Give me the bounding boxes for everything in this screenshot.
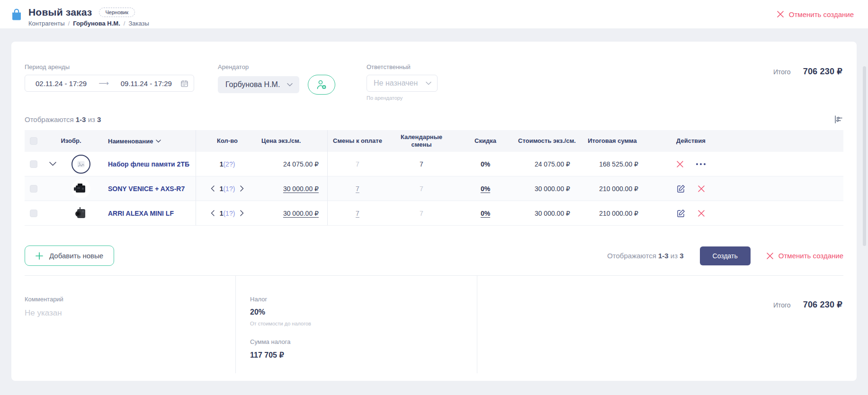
- add-renter-button[interactable]: [308, 75, 335, 95]
- top-header: Новый заказ Черновик Контрагенты / Горбу…: [0, 0, 868, 28]
- order-card: Период аренды 02.11.24 - 17:29 ⟶ 09.11.2…: [11, 42, 857, 381]
- qty-note[interactable]: (1?): [223, 185, 235, 193]
- unit-cost-value: 30 000.00 ₽: [515, 176, 579, 201]
- responsible-group: Ответственный Не назначен По арендатору: [367, 63, 438, 101]
- column-header-name-label: Наименование: [108, 138, 153, 145]
- close-icon: [777, 11, 784, 18]
- row-actions: [646, 184, 736, 193]
- table-row: Набор флеш памяти 2ТБ 1(2?) 24 075.00 ₽ …: [25, 152, 843, 176]
- qty-decrease-icon[interactable]: [211, 210, 215, 216]
- counter-range: 1-3: [658, 252, 669, 260]
- qty-note[interactable]: (2?): [223, 160, 235, 168]
- select-all-checkbox[interactable]: [30, 137, 37, 145]
- total-label: Итого: [773, 301, 791, 309]
- more-actions-icon[interactable]: [696, 161, 706, 167]
- row-total-value: 168 525.00 ₽: [579, 152, 646, 176]
- create-button[interactable]: Создать: [700, 246, 751, 265]
- column-header-calendar-shifts: Календарные смены: [387, 133, 456, 149]
- responsible-placeholder: Не назначен: [374, 79, 418, 88]
- shifts-paid-editable[interactable]: 7: [356, 210, 359, 217]
- cancel-create-button-bottom[interactable]: Отменить создание: [767, 252, 843, 260]
- row-actions: [646, 209, 736, 218]
- table-controls: Добавить новые Отображаются 1-3 из 3 Соз…: [25, 246, 843, 266]
- vertical-scrollbar[interactable]: [863, 66, 866, 246]
- delete-row-icon[interactable]: [698, 185, 705, 193]
- filters-row: Период аренды 02.11.24 - 17:29 ⟶ 09.11.2…: [25, 42, 843, 101]
- row-total-value: 210 000.00 ₽: [579, 176, 646, 201]
- calendar-shifts-value: 7: [387, 152, 456, 176]
- price-editable[interactable]: 30 000.00 ₽: [283, 210, 319, 217]
- column-header-total: Итоговая сумма: [579, 137, 646, 145]
- rental-period-label: Период аренды: [25, 63, 194, 70]
- discount-editable[interactable]: 0%: [481, 210, 490, 217]
- edit-row-icon[interactable]: [677, 209, 685, 218]
- total-value: 706 230 ₽: [803, 66, 842, 77]
- final-total-section: Итого 706 230 ₽: [477, 276, 843, 373]
- responsible-label: Ответственный: [367, 63, 438, 70]
- edit-row-icon[interactable]: [677, 184, 685, 193]
- row-total-value: 210 000.00 ₽: [579, 201, 646, 225]
- sort-chevron-icon: [156, 140, 161, 143]
- chevron-down-icon: [287, 83, 293, 87]
- breadcrumb: Контрагенты / Горбунова Н.М. / Заказы: [28, 20, 149, 27]
- add-items-button[interactable]: Добавить новые: [25, 246, 114, 266]
- column-header-actions: Действия: [646, 137, 736, 145]
- column-header-discount: Скидка: [456, 137, 515, 145]
- row-checkbox[interactable]: [30, 210, 37, 217]
- responsible-select[interactable]: Не назначен: [367, 75, 438, 92]
- tax-rate-value: 20%: [250, 308, 477, 316]
- delete-row-icon[interactable]: [676, 160, 684, 168]
- delete-row-icon[interactable]: [698, 210, 705, 217]
- breadcrumb-counterparties[interactable]: Контрагенты: [28, 20, 65, 27]
- comment-section: Комментарий Не указан: [25, 276, 235, 373]
- item-photo[interactable]: [72, 204, 90, 223]
- total-value: 706 230 ₽: [803, 299, 842, 310]
- plus-icon: [36, 252, 43, 260]
- qty-increase-icon[interactable]: [240, 185, 244, 192]
- person-plus-icon: [316, 79, 327, 90]
- breadcrumb-separator: /: [124, 20, 125, 27]
- qty-note[interactable]: (1?): [223, 210, 235, 217]
- item-name-link[interactable]: SONY VENICE + AXS-R7: [99, 176, 196, 201]
- row-actions: [646, 160, 736, 168]
- calendar-icon: [181, 80, 188, 87]
- item-image-placeholder[interactable]: [72, 155, 90, 174]
- column-header-shifts-paid: Смены к оплате: [328, 137, 387, 145]
- breadcrumb-client[interactable]: Горбунова Н.М.: [73, 20, 120, 27]
- breadcrumb-orders[interactable]: Заказы: [128, 20, 149, 27]
- unit-cost-value: 30 000.00 ₽: [515, 201, 579, 225]
- comment-field[interactable]: Не указан: [25, 308, 216, 318]
- price-value: 24 075.00 ₽: [259, 152, 328, 176]
- shifts-paid-value: 7: [328, 152, 387, 176]
- expand-row-button[interactable]: [43, 152, 63, 176]
- item-name-link[interactable]: Набор флеш памяти 2ТБ: [99, 152, 196, 176]
- renter-select[interactable]: Горбунова Н.М.: [218, 76, 299, 93]
- order-summary-footer: Комментарий Не указан Налог 20% От стоим…: [25, 275, 843, 373]
- tax-amount-value: 117 705 ₽: [250, 351, 477, 360]
- counter-total: 3: [97, 115, 101, 123]
- shifts-paid-editable[interactable]: 7: [356, 185, 359, 193]
- column-header-image: Изобр.: [43, 137, 99, 145]
- cancel-create-button-top[interactable]: Отменить создание: [777, 10, 854, 18]
- counter-of: из: [671, 252, 678, 260]
- row-checkbox[interactable]: [30, 185, 37, 193]
- qty-increase-icon[interactable]: [240, 210, 244, 216]
- period-end-value: 09.11.24 - 17:29: [121, 79, 172, 88]
- page-title: Новый заказ: [28, 7, 92, 18]
- add-items-label: Добавить новые: [49, 252, 103, 260]
- column-header-name[interactable]: Наименование: [99, 130, 196, 152]
- price-editable[interactable]: 30 000.00 ₽: [283, 185, 319, 193]
- item-photo[interactable]: [72, 179, 90, 198]
- cancel-create-label: Отменить создание: [779, 252, 843, 260]
- qty-decrease-icon[interactable]: [211, 185, 215, 192]
- period-start-value: 02.11.24 - 17:29: [36, 79, 87, 88]
- row-checkbox[interactable]: [30, 160, 37, 168]
- column-header-price: Цена экз./см.: [259, 130, 328, 152]
- qty-cell: 1(1?): [196, 201, 259, 225]
- close-icon: [767, 253, 773, 259]
- discount-editable[interactable]: 0%: [481, 185, 490, 193]
- rental-period-input[interactable]: 02.11.24 - 17:29 ⟶ 09.11.24 - 17:29: [25, 75, 194, 92]
- table-settings-icon[interactable]: [834, 115, 843, 124]
- item-name-link[interactable]: ARRI ALEXA MINI LF: [99, 201, 196, 225]
- counter-of: из: [88, 115, 95, 123]
